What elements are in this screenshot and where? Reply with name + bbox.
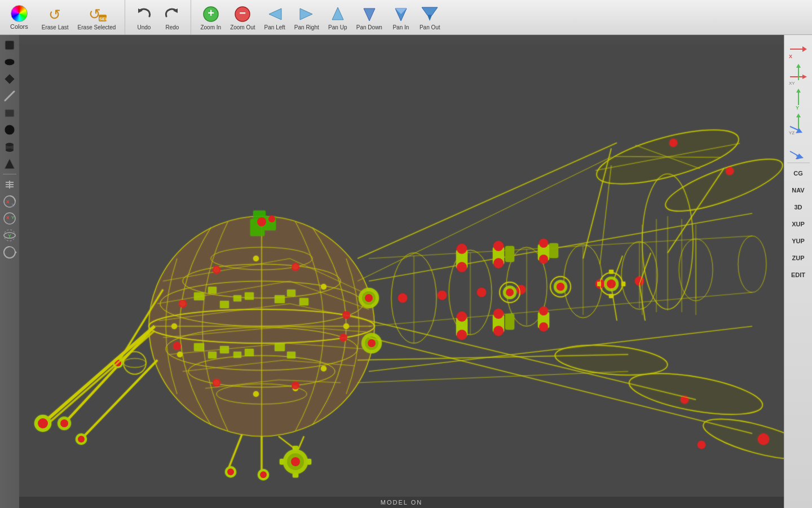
zoom-out-button[interactable]: − Zoom Out [227,3,258,32]
erase-selected-button[interactable]: ↺ SEL. Erase Selected [74,3,120,32]
svg-point-67 [213,266,220,274]
svg-rect-136 [505,246,514,262]
undo-button[interactable]: Undo [131,3,157,32]
xy-axis-button[interactable]: XY [786,62,811,86]
diamond-tool-button[interactable] [2,71,17,87]
square-tool-button[interactable] [2,105,17,121]
svg-point-222 [557,283,564,291]
svg-point-148 [539,306,548,316]
model-on-label: MODEL ON [381,499,422,506]
svg-point-197 [726,167,734,175]
pan-down-button[interactable]: Pan Down [353,3,386,32]
pan-left-button[interactable]: Pan Left [261,3,289,32]
svg-rect-91 [287,290,295,296]
align-tool-button[interactable] [2,177,17,192]
pencil-tool-button[interactable] [2,88,17,104]
xup-button[interactable]: XUP [786,216,811,232]
colors-button[interactable]: Colors [6,3,33,32]
svg-rect-181 [307,459,311,465]
toolbar: Colors ↺ Erase Last ↺ SEL. Erase Selecte… [0,0,812,35]
svg-point-196 [669,139,677,147]
svg-rect-80 [194,292,204,300]
svg-rect-87 [220,346,229,353]
svg-point-130 [477,288,486,297]
pan-right-button[interactable]: Pan Right [291,3,323,32]
rotate-xy-button[interactable]: X Y [2,211,17,226]
svg-text:Z: Z [796,155,799,159]
erase-selected-icon: ↺ SEL. [87,5,107,24]
svg-rect-22 [5,110,14,117]
left-panel-divider [3,174,16,174]
svg-rect-94 [287,352,295,358]
svg-point-141 [539,239,548,248]
svg-point-68 [292,263,299,271]
pan-up-button[interactable]: Pan Up [325,3,351,32]
cylinder-tool-button[interactable] [2,139,17,155]
triangle-tool-button[interactable] [2,156,17,172]
svg-point-186 [365,294,373,302]
svg-point-152 [457,262,467,272]
y-axis-button[interactable]: Y [786,87,811,111]
z-axis-button[interactable]: Z [786,137,811,160]
svg-rect-216 [609,270,614,274]
svg-marker-27 [5,159,15,169]
svg-text:XY: XY [789,81,795,85]
edit-button[interactable]: EDIT [786,267,811,283]
svg-point-65 [171,323,177,329]
svg-rect-81 [208,287,217,294]
svg-text:Y: Y [796,105,799,110]
svg-rect-18 [5,41,14,50]
colors-icon [11,5,28,22]
yup-button[interactable]: YUP [786,233,811,249]
svg-point-154 [457,312,467,322]
svg-point-70 [342,311,350,319]
select-tool-button[interactable] [2,37,17,53]
right-panel-divider [787,163,810,163]
redo-button[interactable]: Redo [159,3,185,32]
svg-marker-17 [427,15,432,21]
svg-rect-84 [245,292,254,300]
svg-marker-10 [269,8,281,20]
svg-point-61 [253,391,259,397]
rotate-free-button[interactable] [2,244,17,260]
zup-button[interactable]: ZUP [786,250,811,266]
svg-marker-235 [796,89,801,93]
pan-out-icon [420,5,439,24]
svg-point-161 [78,436,85,443]
pan-in-button[interactable]: Pan In [388,3,414,32]
svg-rect-219 [621,282,625,286]
svg-rect-89 [245,349,254,356]
erase-last-button[interactable]: ↺ Erase Last [38,3,72,32]
rotate-xz-button[interactable]: X Z [2,194,17,209]
svg-text:Y: Y [11,215,15,220]
svg-text:YZ: YZ [789,130,795,134]
svg-rect-218 [597,282,601,286]
svg-rect-88 [233,352,241,358]
yz-axis-button[interactable]: YZ [786,112,811,135]
svg-point-146 [493,326,504,336]
svg-point-158 [60,419,68,427]
svg-text:SEL.: SEL. [99,16,107,21]
svg-text:X: X [789,54,792,59]
x-axis-button[interactable]: X [786,37,811,61]
cg-button[interactable]: CG [786,165,811,181]
viewport[interactable] [19,35,784,497]
svg-marker-11 [300,8,312,20]
nav-button[interactable]: NAV [786,182,811,198]
zoom-in-button[interactable]: + Zoom In [197,3,224,32]
rotate-y-button[interactable]: Y [2,227,17,243]
svg-point-215 [607,279,616,288]
pan-out-button[interactable]: Pan Out [416,3,444,32]
svg-point-172 [227,468,234,475]
svg-point-145 [493,309,504,319]
circle-tool-button[interactable] [2,122,17,138]
svg-point-128 [398,294,407,303]
3d-button[interactable]: 3D [786,199,811,215]
view-controls-group: + Zoom In − Zoom Out Pan Left [191,0,449,34]
pan-right-icon [297,5,316,24]
svg-point-69 [179,300,187,308]
oval-tool-button[interactable] [2,54,17,70]
svg-point-79 [268,216,275,222]
zoom-in-icon: + [201,5,220,24]
svg-point-63 [321,366,326,371]
